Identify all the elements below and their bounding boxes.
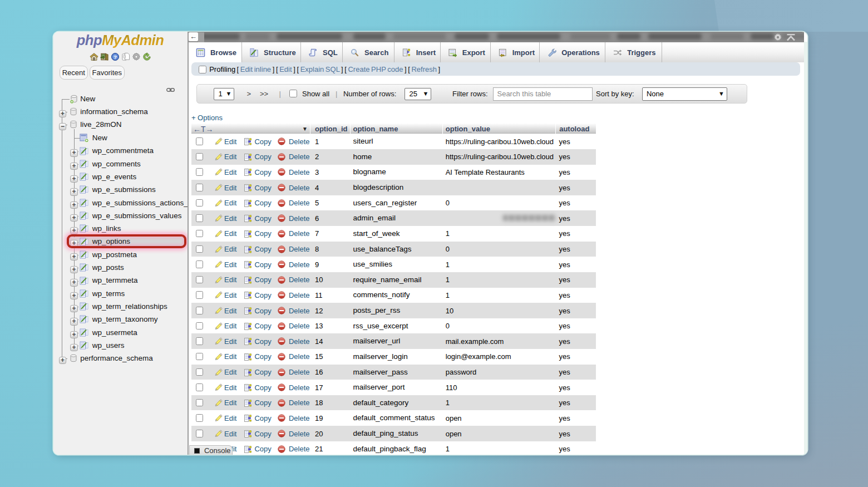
svg-text:?: ? — [113, 53, 116, 60]
